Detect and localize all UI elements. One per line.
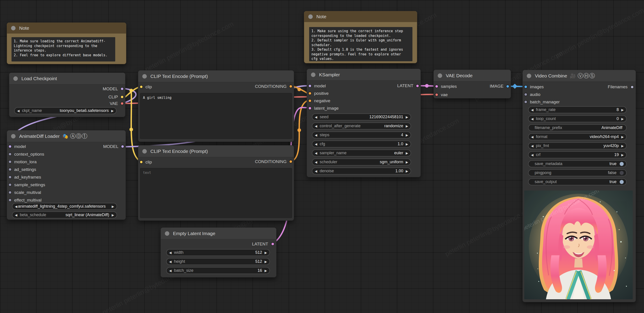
vae-decode-titlebar[interactable]: VAE Decode	[434, 70, 511, 82]
input-slot-model[interactable]	[8, 145, 12, 148]
node-empty-latent-image[interactable]: Empty Latent Image LATENT ◀ width 512 ▶ …	[160, 227, 276, 277]
decrement-arrow-icon[interactable]: ◀	[15, 205, 17, 208]
output-slot-conditioning[interactable]	[289, 85, 292, 88]
decrement-arrow-icon[interactable]: ◀	[315, 169, 317, 173]
batch-size-widget[interactable]: ◀ batch_size 16 ▶	[166, 267, 270, 274]
model-name-widget[interactable]: animatediff_lightning_4step_comfyui.safe…	[12, 203, 117, 210]
crf-widget[interactable]: ◀ crf 19 ▶	[528, 151, 627, 158]
save-output-toggle[interactable]: save_output true	[528, 178, 627, 185]
input-slot-clip[interactable]	[140, 85, 143, 89]
input-slot-sample-settings[interactable]	[8, 183, 12, 186]
input-slot-samples[interactable]	[435, 85, 438, 88]
clip-encode-2-titlebar[interactable]: CLIP Text Encode (Prompt)	[138, 146, 294, 157]
decrement-arrow-icon[interactable]: ◀	[315, 133, 317, 137]
format-widget[interactable]: ◀ format video/h264-mp4 ▶	[528, 133, 627, 140]
collapse-dot[interactable]	[165, 231, 169, 236]
toggle-knob[interactable]	[620, 171, 624, 175]
increment-arrow-icon[interactable]: ▶	[264, 251, 267, 254]
collapse-dot[interactable]	[142, 149, 147, 154]
ksampler-titlebar[interactable]: KSampler	[307, 69, 420, 81]
increment-arrow-icon[interactable]: ▶	[406, 133, 408, 137]
collapse-dot[interactable]	[11, 134, 16, 139]
increment-arrow-icon[interactable]: ▶	[264, 260, 267, 264]
beta-schedule-widget[interactable]: ◀ beta_schedule sqrt_linear (AnimateDiff…	[12, 211, 117, 218]
output-slot-clip[interactable]	[120, 95, 124, 99]
note-1-titlebar[interactable]: Note	[7, 23, 126, 33]
increment-arrow-icon[interactable]: ▶	[406, 169, 408, 173]
decrement-arrow-icon[interactable]: ◀	[169, 260, 172, 264]
collapse-dot[interactable]	[13, 76, 18, 81]
input-slot-vae[interactable]	[435, 93, 438, 96]
toggle-knob[interactable]	[620, 180, 624, 184]
note-text[interactable]: 1. Make sure using the correct inference…	[309, 27, 412, 61]
decrement-arrow-icon[interactable]: ◀	[169, 251, 172, 254]
pix-fmt-widget[interactable]: ◀ pix_fmt yuv420p ▶	[528, 142, 627, 149]
increment-arrow-icon[interactable]: ▶	[406, 142, 408, 146]
increment-arrow-icon[interactable]: ▶	[264, 269, 267, 273]
sampler-name-widget[interactable]: ◀ sampler_name euler ▶	[312, 150, 411, 156]
increment-arrow-icon[interactable]: ▶	[621, 117, 624, 121]
frame-rate-widget[interactable]: ◀ frame_rate 8 ▶	[528, 106, 627, 113]
node-video-combine[interactable]: Video Combine 🎥 ⓋⒽⓈ images audio batch_m…	[522, 70, 636, 302]
increment-arrow-icon[interactable]: ▶	[406, 115, 408, 119]
input-slot-ad-keyframes[interactable]	[8, 175, 12, 179]
decrement-arrow-icon[interactable]: ◀	[315, 142, 317, 146]
increment-arrow-icon[interactable]: ▶	[406, 151, 408, 155]
collapse-dot[interactable]	[308, 14, 313, 19]
collapse-dot[interactable]	[11, 26, 16, 30]
node-ksampler[interactable]: KSampler model positive negative latent_…	[307, 69, 421, 177]
increment-arrow-icon[interactable]: ▶	[621, 153, 624, 157]
collapse-dot[interactable]	[142, 74, 147, 79]
input-slot-ad-settings[interactable]	[8, 168, 12, 171]
node-vae-decode[interactable]: VAE Decode samples vae IMAGE	[434, 70, 511, 98]
steps-widget[interactable]: ◀ steps 4 ▶	[312, 132, 411, 139]
save-metadata-toggle[interactable]: save_metadata true	[528, 160, 627, 167]
node-load-checkpoint[interactable]: Load Checkpoint MODEL CLIP VAE ◀ ckpt_na…	[9, 72, 125, 117]
decrement-arrow-icon[interactable]: ◀	[169, 269, 172, 273]
increment-arrow-icon[interactable]: ▶	[621, 135, 624, 139]
input-slot-latent-image[interactable]	[308, 107, 312, 110]
prompt-textarea[interactable]: A girl smiling	[140, 93, 292, 139]
note-2-titlebar[interactable]: Note	[304, 11, 417, 22]
decrement-arrow-icon[interactable]: ◀	[17, 109, 20, 113]
input-slot-clip[interactable]	[140, 160, 143, 164]
input-slot-negative[interactable]	[308, 99, 312, 102]
collapse-dot[interactable]	[438, 73, 442, 78]
output-slot-filenames[interactable]	[630, 85, 634, 89]
pingpong-toggle[interactable]: pingpong false	[528, 169, 627, 176]
output-slot-model[interactable]	[120, 87, 124, 91]
node-note-1[interactable]: Note 1. Make sure loading the correct An…	[7, 22, 126, 64]
decrement-arrow-icon[interactable]: ◀	[15, 213, 17, 217]
seed-widget[interactable]: ◀ seed 121690224458101 ▶	[312, 114, 411, 121]
input-slot-model[interactable]	[308, 84, 312, 88]
decrement-arrow-icon[interactable]: ◀	[315, 115, 317, 119]
increment-arrow-icon[interactable]: ▶	[406, 124, 408, 128]
filename-prefix-widget[interactable]: filename_prefix AnimateDiff	[528, 124, 627, 131]
output-slot-latent[interactable]	[271, 242, 274, 246]
width-widget[interactable]: ◀ width 512 ▶	[166, 249, 270, 256]
loop-count-widget[interactable]: ◀ loop_count 0 ▶	[528, 115, 627, 122]
input-slot-scale-multival[interactable]	[8, 191, 12, 194]
input-slot-images[interactable]	[524, 85, 528, 89]
increment-arrow-icon[interactable]: ▶	[112, 213, 114, 217]
denoise-widget[interactable]: ◀ denoise 1.00 ▶	[312, 167, 411, 174]
ckpt-name-widget[interactable]: ◀ ckpt_name toonyou_beta6.safetensors ▶	[14, 107, 116, 114]
node-note-2[interactable]: Note 1. Make sure using the correct infe…	[304, 11, 417, 63]
increment-arrow-icon[interactable]: ▶	[621, 108, 624, 112]
scheduler-widget[interactable]: ◀ scheduler sgm_uniform ▶	[312, 158, 411, 165]
input-slot-positive[interactable]	[308, 92, 312, 95]
increment-arrow-icon[interactable]: ▶	[111, 109, 114, 113]
decrement-arrow-icon[interactable]: ◀	[531, 108, 534, 112]
control-after-generate-widget[interactable]: ◀ control_after_generate randomize ▶	[312, 123, 411, 130]
decrement-arrow-icon[interactable]: ◀	[531, 135, 534, 139]
increment-arrow-icon[interactable]: ▶	[406, 160, 408, 164]
input-slot-batch-manager[interactable]	[524, 100, 528, 104]
empty-latent-titlebar[interactable]: Empty Latent Image	[161, 228, 276, 239]
decrement-arrow-icon[interactable]: ◀	[531, 117, 534, 121]
increment-arrow-icon[interactable]: ▶	[112, 205, 114, 208]
node-graph-canvas[interactable]: peterlin peterlin@bytedance.com peterlin…	[0, 0, 644, 313]
input-slot-context-options[interactable]	[8, 153, 12, 156]
load-checkpoint-titlebar[interactable]: Load Checkpoint	[9, 73, 125, 84]
input-slot-motion-lora[interactable]	[8, 160, 12, 163]
collapse-dot[interactable]	[311, 72, 316, 77]
